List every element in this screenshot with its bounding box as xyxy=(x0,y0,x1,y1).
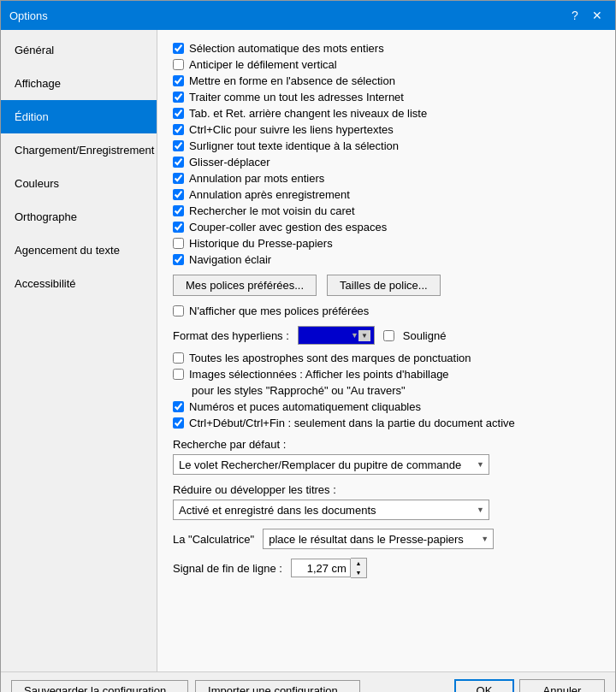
checkbox-navigation[interactable] xyxy=(173,254,184,265)
checkbox-only-fonts-row: N'afficher que mes polices préférées xyxy=(173,305,600,317)
tailles-police-button[interactable]: Tailles de police... xyxy=(327,275,441,296)
titlebar-buttons: ? ✕ xyxy=(566,6,607,25)
mes-polices-button[interactable]: Mes polices préférées... xyxy=(173,275,317,296)
checkbox-label-4[interactable]: Traiter comme un tout les adresses Inter… xyxy=(189,91,404,104)
checkbox-label-3[interactable]: Mettre en forme en l'absence de sélectio… xyxy=(189,74,395,87)
ctrl-debut-label[interactable]: Ctrl+Début/Ctrl+Fin : seulement dans la … xyxy=(189,417,515,429)
checkbox-label-2[interactable]: Anticiper le défilement vertical xyxy=(189,58,337,71)
sidebar-item-couleurs[interactable]: Couleurs xyxy=(1,167,157,200)
apostrophes-row: Toutes les apostrophes sont des marques … xyxy=(173,352,600,364)
checkbox-row-5: Tab. et Ret. arrière changent les niveau… xyxy=(173,107,600,120)
checkbox-couper-coller[interactable] xyxy=(173,222,184,233)
checkbox-annulation-mots[interactable] xyxy=(173,173,184,184)
checkbox-row-11: Rechercher le mot voisin du caret xyxy=(173,204,600,217)
checkbox-annulation-enreg[interactable] xyxy=(173,189,184,200)
titlebar: Options ? ✕ xyxy=(1,1,615,30)
numeros-label[interactable]: Numéros et puces automatiquement cliquab… xyxy=(189,400,421,413)
sidebar-item-agencement[interactable]: Agencement du texte xyxy=(1,234,157,267)
reduire-dropdown[interactable]: Activé et enregistré dans les documents xyxy=(173,500,489,520)
signal-label: Signal de fin de ligne : xyxy=(173,562,282,575)
numeros-row: Numéros et puces automatiquement cliquab… xyxy=(173,400,600,413)
images-label[interactable]: Images sélectionnées : Afficher les poin… xyxy=(189,368,449,381)
sidebar-item-orthographe[interactable]: Orthographe xyxy=(1,200,157,234)
checkbox-row-4: Traiter comme un tout les adresses Inter… xyxy=(173,91,600,104)
checkbox-underline[interactable] xyxy=(383,330,394,341)
spinbox-up[interactable]: ▲ xyxy=(351,559,366,568)
apostrophes-label[interactable]: Toutes les apostrophes sont des marques … xyxy=(189,352,471,364)
sidebar-item-affichage[interactable]: Affichage xyxy=(1,67,157,100)
footer-left: Sauvegarder la configuration... Importer… xyxy=(11,680,360,692)
help-button[interactable]: ? xyxy=(566,6,584,25)
spinbox: ▲ ▼ xyxy=(291,558,367,578)
hyperlink-label: Format des hyperliens : xyxy=(173,329,289,342)
footer: Sauvegarder la configuration... Importer… xyxy=(1,671,615,692)
checkbox-only-fonts-label[interactable]: N'afficher que mes polices préférées xyxy=(189,305,369,317)
checkbox-label-11[interactable]: Rechercher le mot voisin du caret xyxy=(189,204,355,217)
reduire-dropdown-wrapper: Activé et enregistré dans les documents xyxy=(173,500,489,520)
options-window: Options ? ✕ Général Affichage Édition Ch… xyxy=(0,0,616,692)
checkbox-traiter[interactable] xyxy=(173,92,184,103)
close-button[interactable]: ✕ xyxy=(588,6,607,25)
sidebar-item-general[interactable]: Général xyxy=(1,33,157,67)
recherche-label: Recherche par défaut : xyxy=(173,438,600,451)
hyperlink-color-dropdown[interactable]: ▼ xyxy=(298,326,375,345)
checkbox-rechercher-mot[interactable] xyxy=(173,205,184,216)
checkbox-selection-auto[interactable] xyxy=(173,43,184,54)
checkbox-mettre-forme[interactable] xyxy=(173,75,184,86)
checkbox-label-5[interactable]: Tab. et Ret. arrière changent les niveau… xyxy=(189,107,427,120)
checkbox-row-1: Sélection automatique des mots entiers xyxy=(173,42,600,55)
checkbox-row-12: Couper-coller avec gestion des espaces xyxy=(173,221,600,234)
sidebar-item-accessibilite[interactable]: Accessibilité xyxy=(1,267,157,300)
checkbox-row-9: Annulation par mots entiers xyxy=(173,172,600,185)
window-title: Options xyxy=(9,9,48,22)
import-config-button[interactable]: Importer une configuration... xyxy=(195,680,360,692)
checkbox-only-my-fonts[interactable] xyxy=(173,305,184,316)
footer-right: OK Annuler xyxy=(454,679,605,692)
images-sublabel: pour les styles "Rapproché" ou "Au trave… xyxy=(192,384,600,397)
underline-label[interactable]: Souligné xyxy=(403,329,447,342)
recherche-section: Recherche par défaut : Le volet Recherch… xyxy=(173,438,600,475)
signal-input[interactable] xyxy=(291,559,351,577)
checkbox-images[interactable] xyxy=(173,369,184,380)
checkbox-label-1[interactable]: Sélection automatique des mots entiers xyxy=(189,42,384,55)
checkbox-glisser[interactable] xyxy=(173,157,184,168)
checkbox-label-7[interactable]: Surligner tout texte identique à la séle… xyxy=(189,139,399,152)
checkbox-historique[interactable] xyxy=(173,238,184,249)
checkbox-label-14[interactable]: Navigation éclair xyxy=(189,253,271,266)
checkbox-label-8[interactable]: Glisser-déplacer xyxy=(189,156,270,169)
checkbox-label-6[interactable]: Ctrl+Clic pour suivre les liens hypertex… xyxy=(189,123,394,136)
checkbox-label-12[interactable]: Couper-coller avec gestion des espaces xyxy=(189,221,387,234)
reduire-label: Réduire ou développer les titres : xyxy=(173,483,600,496)
spinbox-arrows: ▲ ▼ xyxy=(351,558,367,578)
checkbox-label-9[interactable]: Annulation par mots entiers xyxy=(189,172,324,185)
checkbox-ctrl-debut[interactable] xyxy=(173,417,184,429)
spinbox-down[interactable]: ▼ xyxy=(351,568,366,577)
checkbox-row-8: Glisser-déplacer xyxy=(173,156,600,169)
checkbox-row-2: Anticiper le défilement vertical xyxy=(173,58,600,71)
checkbox-surligner[interactable] xyxy=(173,140,184,151)
checkbox-numeros[interactable] xyxy=(173,401,184,412)
recherche-dropdown[interactable]: Le volet Rechercher/Remplacer du pupitre… xyxy=(173,454,489,475)
calculatrice-dropdown[interactable]: place le résultat dans le Presse-papiers xyxy=(263,529,494,549)
recherche-dropdown-wrapper: Le volet Rechercher/Remplacer du pupitre… xyxy=(173,454,489,475)
checkbox-row-14: Navigation éclair xyxy=(173,253,600,266)
checkbox-row-10: Annulation après enregistrement xyxy=(173,188,600,201)
ok-button[interactable]: OK xyxy=(454,679,514,692)
calculatrice-dropdown-wrapper: place le résultat dans le Presse-papiers xyxy=(263,529,494,549)
checkbox-row-3: Mettre en forme en l'absence de sélectio… xyxy=(173,74,600,87)
sidebar-item-edition[interactable]: Édition xyxy=(1,100,157,133)
checkbox-label-10[interactable]: Annulation après enregistrement xyxy=(189,188,350,201)
checkbox-tab-ret[interactable] xyxy=(173,108,184,119)
cancel-button[interactable]: Annuler xyxy=(519,679,605,692)
checkbox-apostrophes[interactable] xyxy=(173,352,184,364)
reduire-section: Réduire ou développer les titres : Activ… xyxy=(173,483,600,520)
calculatrice-row: La "Calculatrice" place le résultat dans… xyxy=(173,529,600,549)
checkbox-ctrl-clic[interactable] xyxy=(173,124,184,135)
checkbox-row-7: Surligner tout texte identique à la séle… xyxy=(173,139,600,152)
checkbox-anticiper[interactable] xyxy=(173,59,184,70)
images-row: Images sélectionnées : Afficher les poin… xyxy=(173,368,600,397)
checkbox-label-13[interactable]: Historique du Presse-papiers xyxy=(189,237,333,250)
save-config-button[interactable]: Sauvegarder la configuration... xyxy=(11,680,188,692)
sidebar-item-chargement[interactable]: Chargement/Enregistrement xyxy=(1,133,157,167)
calculatrice-label: La "Calculatrice" xyxy=(173,533,254,546)
